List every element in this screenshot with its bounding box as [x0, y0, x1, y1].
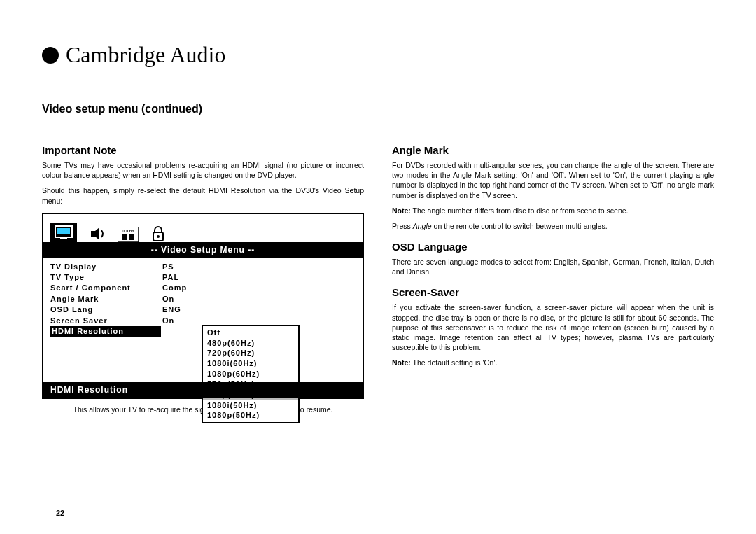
angle-mark-body: For DVDs recorded with multi-angular sce…: [392, 160, 714, 200]
svg-rect-7: [129, 234, 134, 240]
content-columns: Important Note Some TVs may have occasio…: [42, 134, 714, 420]
screen-saver-heading: Screen-Saver: [392, 286, 714, 298]
submenu-item: 1080p(50Hz): [207, 410, 294, 421]
divider: [42, 120, 714, 120]
osd-tab-bar: DOLBY: [43, 214, 363, 242]
svg-rect-2: [60, 238, 67, 239]
submenu-item: 1080i(50Hz): [207, 400, 294, 411]
osd-screenshot: DOLBY -- Video Setup Menu -- TV DisplayP…: [42, 213, 364, 399]
submenu-item: 1080i(60Hz): [207, 358, 294, 369]
submenu-item: 720p(60Hz): [207, 348, 294, 358]
important-note-heading: Important Note: [42, 144, 364, 156]
svg-rect-1: [57, 228, 70, 234]
submenu-item: Off: [207, 328, 294, 338]
osd-title: -- Video Setup Menu --: [43, 242, 363, 258]
angle-mark-note: Note: The angle number differs from disc…: [392, 206, 714, 216]
osd-body: TV DisplayPS TV TypePAL Scart / Componen…: [43, 258, 363, 398]
osd-footer: HDMI Resolution: [43, 382, 363, 398]
osd-row: TV DisplayPS: [50, 262, 356, 272]
angle-mark-heading: Angle Mark: [392, 144, 714, 156]
brand-header: Cambridge Audio: [42, 42, 714, 68]
submenu-item: 480p(60Hz): [207, 338, 294, 349]
page-number: 22: [56, 509, 64, 517]
right-column: Angle Mark For DVDs recorded with multi-…: [392, 134, 714, 420]
osd-submenu: Off 480p(60Hz) 720p(60Hz) 1080i(60Hz) 10…: [202, 325, 300, 424]
osd-language-body: There are seven language modes to select…: [392, 257, 714, 276]
osd-row: Angle MarkOn: [50, 294, 356, 304]
speaker-icon: [90, 225, 105, 242]
section-title: Video setup menu (continued): [42, 103, 714, 115]
important-note-p2: Should this happen, simply re-select the…: [42, 185, 364, 205]
important-note-p1: Some TVs may have occasional problems re…: [42, 160, 364, 180]
screen-saver-body: If you activate the screen-saver functio…: [392, 302, 714, 352]
brand-name: Cambridge Audio: [66, 42, 225, 68]
osd-row: OSD LangENG: [50, 304, 356, 315]
tv-icon: [50, 223, 77, 242]
screen-saver-note: Note: The default setting is 'On'.: [392, 358, 714, 367]
submenu-item: 1080p(60Hz): [207, 369, 294, 379]
osd-row: Scart / ComponentComp: [50, 283, 356, 293]
brand-logo-icon: [42, 47, 59, 64]
left-column: Important Note Some TVs may have occasio…: [42, 134, 364, 420]
svg-marker-3: [91, 227, 99, 240]
lock-icon: [151, 225, 165, 242]
osd-row: TV TypePAL: [50, 272, 356, 283]
svg-point-9: [157, 235, 160, 238]
svg-text:DOLBY: DOLBY: [122, 229, 134, 233]
svg-rect-6: [122, 234, 127, 240]
angle-mark-press: Press Angle on the remote control to swi…: [392, 221, 714, 231]
dolby-icon: DOLBY: [118, 227, 139, 242]
osd-language-heading: OSD Language: [392, 241, 714, 253]
